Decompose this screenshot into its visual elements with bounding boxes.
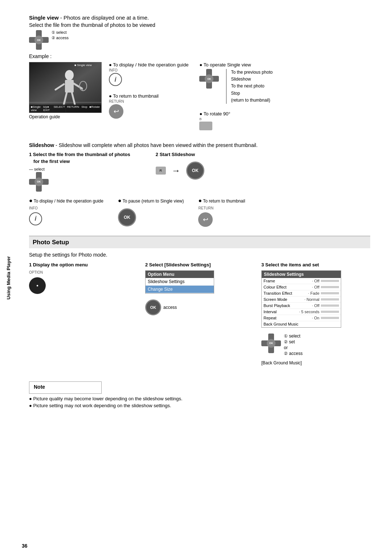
setting-name-burst: Burst Playback <box>264 303 312 308</box>
settings-row-interval[interactable]: Interval · 5 seconds <box>262 309 341 315</box>
stop-label: Stop <box>231 90 273 97</box>
step2-block: 2 Start Slideshow R → OK <box>156 152 204 180</box>
settings-row-colour[interactable]: Colour Effect · Off <box>262 284 341 290</box>
step-or: or <box>284 345 303 350</box>
option-menu-item-size[interactable]: Change Size <box>146 286 214 293</box>
slide-guide-2: ● To pause (return to Single view) OK <box>118 197 184 226</box>
setting-value-interval: · 5 seconds <box>299 310 319 314</box>
example-row: ■ Single view ■Single view b/p● EXIT SEL… <box>29 62 370 131</box>
b-btn[interactable] <box>199 122 273 131</box>
slide-pause-text: To pause (return to Single view) <box>123 199 184 204</box>
setting-value-screen: · Normal <box>304 297 319 302</box>
col3-dpad[interactable]: OK <box>261 334 281 353</box>
display-hide-text: To display / hide the operation guide <box>113 62 188 68</box>
setting-name-screen: Screen Mode <box>264 297 304 302</box>
setting-value-burst: · Off <box>312 303 319 308</box>
setup-col-1: 1 Display the option menu OPTION ● <box>29 262 138 294</box>
setting-name-colour: Colour Effect <box>264 285 312 289</box>
option-menu-panel: Option Menu Slideshow Settings Change Si… <box>145 270 214 294</box>
settings-row-frame[interactable]: Frame · Off <box>262 278 341 284</box>
setting-value-frame: · Off <box>312 279 319 283</box>
note-box: Note <box>29 381 102 394</box>
step1-dpad[interactable]: OK <box>29 172 130 192</box>
svg-point-4 <box>65 70 74 80</box>
setting-name-frame: Frame <box>264 279 312 283</box>
svg-text:■ Single view: ■ Single view <box>74 64 92 67</box>
slideshow-header: Slideshow - Slideshow will complete when… <box>29 142 370 148</box>
single-view-title-bold: Single view <box>29 15 59 21</box>
note-title: Note <box>34 384 97 390</box>
setting-name-transition: Transition Effect <box>264 291 308 295</box>
setting-name-bgmusic: Back Ground Music <box>264 322 339 326</box>
setup-col1-title: 1 Display the option menu <box>29 262 138 267</box>
setup-desc: Setup the settings for Photo mode. <box>29 252 370 258</box>
note-section: Note ● Picture quality may become lower … <box>29 374 370 408</box>
guide-item-rotate: ● To rotate 90° B <box>199 111 273 131</box>
slide-info-btn[interactable]: i <box>29 212 42 225</box>
connector-lines: To the previous photo Slideshow To the n… <box>226 69 273 104</box>
setting-value-repeat: · On <box>312 316 319 320</box>
operate-dpad[interactable]: OK <box>199 69 219 89</box>
guide-col-1: ● To display / hide the operation guide … <box>109 62 188 131</box>
single-view-title-rest: - Photos are displayed one at a time. <box>59 15 149 21</box>
photo-setup-section: Photo Setup Setup the settings for Photo… <box>29 236 370 365</box>
step1-select-label: — select <box>29 167 130 171</box>
slide-display-text: To display / hide the operation guide <box>34 199 103 204</box>
guide-item-display: ● To display / hide the operation guide … <box>109 62 188 86</box>
step1-block: 1 Select the file from the thumbnail of … <box>29 152 130 192</box>
return-btn[interactable]: ↩ <box>109 104 188 119</box>
guide-columns: ● To display / hide the operation guide … <box>109 62 370 131</box>
option-menu-header: Option Menu <box>146 271 214 278</box>
svg-rect-5 <box>65 80 74 93</box>
return-thumbnail-label: (return to thumbnail) <box>231 97 273 104</box>
settings-row-screen[interactable]: Screen Mode · Normal <box>262 297 341 303</box>
setup-col3-title: 3 Select the items and set <box>261 262 370 267</box>
setup-col-2: 2 Select [Slideshow Settings] Option Men… <box>145 262 254 315</box>
rotate-text: To rotate 90° <box>204 111 230 116</box>
settings-row-transition[interactable]: Transition Effect · Fade <box>262 290 341 297</box>
settings-row-burst[interactable]: Burst Playback · Off <box>262 303 341 309</box>
option-btn[interactable]: ● <box>29 277 138 294</box>
guide-item-return: ● To return to thumbnail RETURN ↩ <box>109 93 188 119</box>
single-view-section: Single view - Photos are displayed one a… <box>29 15 370 131</box>
step2-title: 2 Start Slideshow <box>156 152 204 157</box>
photo-setup-header-bar: Photo Setup <box>29 236 370 248</box>
slideshow-settings-panel: Slideshow Settings Frame · Off Colour Ef… <box>261 270 341 328</box>
slide-return-text: To return to thumbnail <box>203 199 245 204</box>
page-container: Using Media Player Single view - Photos … <box>0 0 392 556</box>
info-btn[interactable]: i <box>109 73 188 86</box>
photo-setup-title: Photo Setup <box>33 239 69 246</box>
slide-guide-1: ● To display / hide the operation guide … <box>29 197 103 225</box>
select-set-labels: ① select ② set or ② access <box>284 334 303 356</box>
setting-name-repeat: Repeat <box>264 316 312 320</box>
arrow-right: → <box>172 165 180 176</box>
steps-row: 1 Select the file from the thumbnail of … <box>29 152 370 192</box>
option-label: OPTION <box>29 270 138 274</box>
col2-ok-btn[interactable]: OK <box>145 299 161 315</box>
slideshow-label: Slideshow <box>231 76 273 83</box>
photo-bottom-bar: ■Single view b/p● EXIT SELECT RETURN Sto… <box>29 105 101 113</box>
prev-photo-label: To the previous photo <box>231 69 273 76</box>
settings-row-bgmusic[interactable]: Back Ground Music <box>262 321 341 327</box>
step-select: ① select <box>284 334 303 339</box>
photo-preview: ■ Single view ■Single view b/p● EXIT SEL… <box>29 62 102 113</box>
select-label: ① select ② access <box>52 30 69 40</box>
operate-single-text: To operate Single view <box>204 62 251 68</box>
step2-ok-btn[interactable]: OK <box>186 162 204 180</box>
bgmusic-label: [Back Ground Music] <box>261 360 370 365</box>
step-access: ② access <box>284 351 303 356</box>
step-set: ② set <box>284 339 303 344</box>
operation-guide-label: Operation guide <box>29 114 102 119</box>
single-view-header: Single view - Photos are displayed one a… <box>29 15 370 21</box>
option-menu-item-slideshow[interactable]: Slideshow Settings <box>146 278 214 286</box>
sidebar-label: Using Media Player <box>6 256 11 299</box>
slide-ok-btn[interactable]: OK <box>118 208 136 226</box>
slideshow-bottom-guides: ● To display / hide the operation guide … <box>29 197 370 227</box>
guide-col-2: ● To operate Single view OK <box>199 62 273 131</box>
single-view-subtitle: Select the file from the thumbnail of ph… <box>29 22 370 28</box>
settings-row-repeat[interactable]: Repeat · On <box>262 315 341 321</box>
return-thumbnail-text: To return to thumbnail <box>113 93 159 99</box>
r-btn[interactable]: R <box>156 167 166 175</box>
select-dpad[interactable]: OK ① select ② access <box>29 30 49 50</box>
slide-return-btn[interactable]: ↩ <box>198 212 213 227</box>
